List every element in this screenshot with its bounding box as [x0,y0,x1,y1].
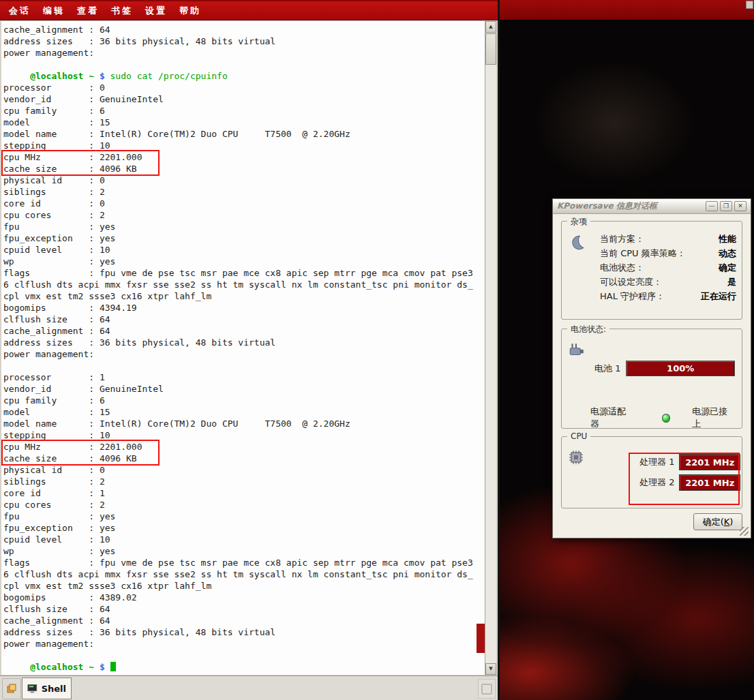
scroll-down-icon[interactable]: ▼ [485,663,496,675]
terminal-line: processor : 1 [3,371,485,383]
terminal-viewport[interactable]: cache_alignment : 64address sizes : 36 b… [1,21,485,675]
misc-label: 电池状态： [600,262,644,274]
terminal-line: core id : 1 [3,487,485,499]
close-icon[interactable]: ✕ [734,201,747,211]
dialog-title-bar[interactable]: KPowersave 信息对话框 — ❐ ✕ [553,199,751,214]
terminal-line [3,360,485,371]
terminal-line: bogomips : 4389.02 [3,592,485,603]
terminal-line: 6 clflush dts acpi mmx fxsr sse sse2 ss … [3,279,485,290]
processor-mhz-badge: 2201 MHz [679,474,740,491]
misc-row-4: HAL 守护程序：正在运行 [600,289,736,303]
processor-label: 处理器 2 [639,476,674,489]
terminal-line: cpuid level : 10 [3,244,485,256]
adapter-led-icon [662,414,670,423]
dialog-title: KPowersave 信息对话框 [557,200,704,212]
terminal-line: clflush size : 64 [3,603,485,615]
terminal-line: power management: [3,47,485,59]
terminal-line: physical id : 0 [3,464,485,476]
terminal-scrollbar[interactable]: ▲ ▼ [485,21,496,675]
menu-item-1[interactable]: 编辑 [37,3,71,19]
menu-item-3[interactable]: 书签 [105,3,139,19]
terminal-line: cache size : 4096 KB [3,453,485,464]
menu-item-5[interactable]: 帮助 [173,3,207,19]
terminal-line: model : 15 [3,117,485,128]
misc-row-0: 当前方案：性能 [600,232,736,246]
terminal-line: siblings : 2 [3,186,485,198]
terminal-line: cpu family : 6 [3,105,485,117]
maximize-icon[interactable]: ❐ [720,201,732,211]
terminal-line: 6 clflush dts acpi mmx fxsr sse sse2 ss … [3,568,485,580]
terminal-line: fpu_exception : yes [3,522,485,534]
misc-row-1: 当前 CPU 频率策略：动态 [600,246,736,260]
terminal-line: cache_alignment : 64 [3,615,485,626]
terminal-line: stepping : 10 [3,140,485,151]
terminal-line: clflush size : 64 [3,314,485,325]
session-list-button[interactable] [478,679,496,699]
menu-item-2[interactable]: 查看 [71,3,105,19]
misc-value: 性能 [719,233,736,245]
terminal-line: physical id : 0 [3,174,485,186]
terminal-line: address sizes : 36 bits physical, 48 bit… [3,35,485,47]
terminal-line: wp : yes [3,545,485,557]
misc-label: HAL 守护程序： [600,290,665,303]
scroll-up-icon[interactable]: ▲ [485,21,496,33]
misc-value: 动态 [719,247,736,260]
adapter-label: 电源适配器 [590,406,632,430]
terminal-line: cache_alignment : 64 [3,24,485,35]
terminal-line: wp : yes [3,256,485,267]
terminal-line: address sizes : 36 bits physical, 48 bit… [3,626,485,638]
battery-row: 电池 1 100% [594,361,735,376]
misc-label: 可以设定亮度： [600,276,662,288]
terminal-line: fpu_exception : yes [3,232,485,244]
terminal-line: stepping : 10 [3,429,485,441]
terminal-line [3,59,485,70]
terminal-line: flags : fpu vme de pse tsc msr pae mce c… [3,267,485,279]
resize-grip[interactable] [740,527,749,536]
terminal-line: vendor_id : GenuineIntel [3,383,485,395]
terminal-line: cpu MHz : 2201.000 [3,151,485,163]
terminal-line: model name : Intel(R) Core(TM)2 Duo CPU … [3,418,485,429]
terminal-line: cache_alignment : 64 [3,325,485,337]
session-list-icon [481,684,492,695]
battery-percent: 100% [627,361,734,376]
group-cpu-title: CPU [567,431,590,441]
minimize-icon[interactable]: — [706,201,718,211]
terminal-line: cache size : 4096 KB [3,163,485,174]
scrollbar-thumb[interactable] [485,33,496,65]
group-battery-title: 电池状态: [567,324,609,335]
misc-value: 正在运行 [701,290,736,303]
terminal-line: cpuid level : 10 [3,534,485,545]
terminal-line: power management: [3,638,485,650]
ok-button[interactable]: 确定(K) [693,513,742,530]
terminal-cursor [110,662,116,671]
terminal-line: model : 15 [3,406,485,418]
misc-value: 是 [727,276,736,288]
new-session-button[interactable] [2,678,21,699]
screen: 会话编辑查看书签设置帮助 cache_alignment : 64address… [0,0,754,700]
terminal-output: cache_alignment : 64address sizes : 36 b… [1,24,485,673]
terminal-line: bogomips : 4394.19 [3,302,485,314]
terminal-line: cpu cores : 2 [3,499,485,511]
corner-widget [746,1,753,9]
terminal-line: vendor_id : GenuineIntel [3,93,485,105]
terminal-line: fpu : yes [3,511,485,522]
misc-label: 当前 CPU 频率策略： [600,247,686,260]
terminal-line: flags : fpu vme de pse tsc msr pae mce c… [3,557,485,568]
menu-bar: 会话编辑查看书签设置帮助 [0,0,498,20]
processor-row-1: 处理器 12201 MHz [639,452,740,472]
terminal-line: processor : 0 [3,82,485,93]
group-misc-title: 杂项 [567,216,590,228]
battery-label: 电池 1 [594,363,620,375]
adapter-row: 电源适配器 电源已接上 [590,406,734,430]
misc-label: 当前方案： [600,233,644,245]
session-tab-bar: Shell [0,675,498,700]
misc-row-2: 电池状态：确定 [600,260,736,275]
terminal-line: @localhost ~ $ [3,661,485,673]
menu-item-4[interactable]: 设置 [139,3,173,19]
tab-shell[interactable]: Shell [22,678,72,699]
processor-label: 处理器 1 [639,456,674,468]
processor-mhz-badge: 2201 MHz [679,454,740,470]
menu-item-0[interactable]: 会话 [3,3,37,19]
battery-icon [568,341,586,362]
output-marker [477,624,485,653]
